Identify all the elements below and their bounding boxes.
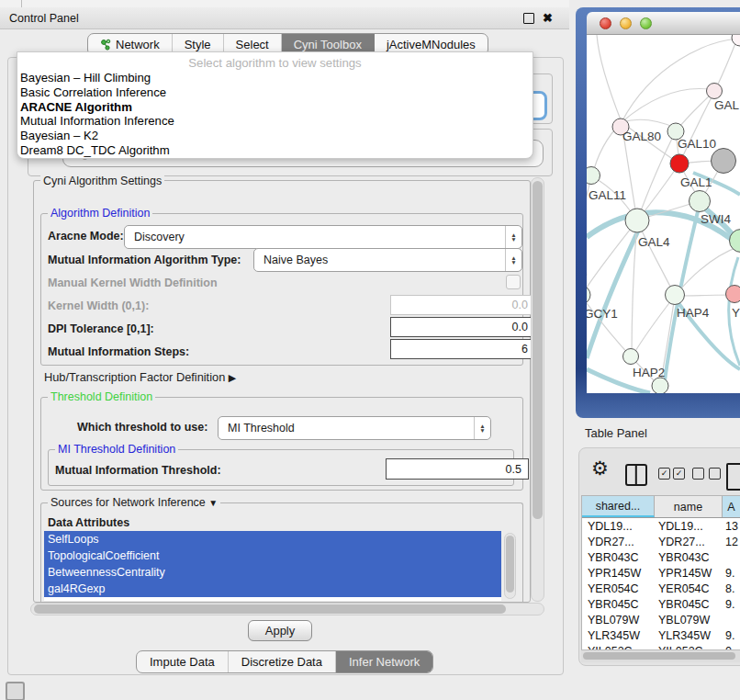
dpi-tolerance-input[interactable]: 0.0 bbox=[390, 317, 535, 337]
algorithm-option[interactable]: Mutual Information Inference bbox=[19, 114, 531, 129]
network-window-titlebar[interactable] bbox=[587, 12, 740, 35]
algorithm-dropdown[interactable]: Select algorithm to view settings Bayesi… bbox=[17, 51, 533, 159]
algorithm-option[interactable]: ARACNE Algorithm bbox=[19, 100, 531, 115]
dock-panel-icon[interactable] bbox=[6, 682, 25, 700]
tab-label: Style bbox=[185, 38, 211, 51]
node-label: GAL1 bbox=[680, 175, 712, 189]
node-label: GAL10 bbox=[678, 137, 716, 151]
mi-steps-input[interactable]: 6 bbox=[390, 339, 535, 359]
aracne-mode-label: Aracne Mode: bbox=[48, 230, 124, 243]
column-header-name[interactable]: name bbox=[655, 496, 723, 517]
table-cell: YBR043C bbox=[655, 551, 723, 564]
mi-threshold-label: Mutual Information Threshold: bbox=[55, 464, 221, 477]
table-cell: 8. bbox=[723, 582, 740, 595]
minimize-traffic-light-icon[interactable] bbox=[620, 17, 632, 29]
apply-button[interactable]: Apply bbox=[248, 620, 312, 641]
zoom-traffic-light-icon[interactable] bbox=[640, 17, 652, 29]
table-row[interactable]: YBR043CYBR043C bbox=[582, 549, 740, 565]
mi-algorithm-type-combobox[interactable]: Naive Bayes ▲▼ bbox=[253, 248, 522, 272]
algorithm-option[interactable]: Bayesian – K2 bbox=[19, 129, 531, 143]
network-node[interactable] bbox=[712, 149, 736, 174]
table-cell: 12 bbox=[723, 536, 740, 548]
float-window-icon[interactable] bbox=[523, 13, 534, 24]
table-row[interactable]: YPR145WYPR145W9. bbox=[582, 565, 740, 581]
mi-algorithm-type-value: Naive Bayes bbox=[254, 254, 505, 266]
network-node-swi4[interactable] bbox=[690, 191, 711, 212]
settings-horizontal-scrollbar[interactable] bbox=[30, 603, 544, 615]
algorithm-option[interactable]: Basic Correlation Inference bbox=[19, 85, 531, 100]
bottom-tabbar: Impute Data Discretize Data Infer Networ… bbox=[136, 650, 433, 673]
which-threshold-label: Which threshold to use: bbox=[77, 421, 207, 434]
network-node-hap2[interactable] bbox=[623, 349, 639, 365]
tab-infer-network[interactable]: Infer Network bbox=[336, 651, 432, 672]
data-attributes-list[interactable]: SelfLoopsTopologicalCoefficientBetweenne… bbox=[44, 531, 501, 601]
table-cell: YBL079W bbox=[582, 614, 655, 627]
column-header-third[interactable]: A bbox=[723, 496, 740, 517]
table-cell: YLR345W bbox=[582, 629, 655, 642]
mi-algorithm-type-label: Mutual Information Algorithm Type: bbox=[48, 254, 241, 266]
algorithm-option[interactable]: Dream8 DC_TDC Algorithm bbox=[19, 143, 531, 158]
node-label: SWI4 bbox=[701, 212, 731, 226]
table-cell: YBR045C bbox=[582, 598, 655, 611]
expander-right-icon: ▶ bbox=[229, 372, 236, 383]
manual-kernel-width-checkbox[interactable] bbox=[506, 275, 521, 289]
network-node-hap4[interactable] bbox=[666, 286, 685, 305]
attribute-item[interactable]: gal4RGexp bbox=[44, 581, 501, 597]
sources-title[interactable]: Sources for Network Inference ▼ bbox=[48, 496, 220, 509]
table-row[interactable]: YBL079WYBL079W bbox=[582, 612, 740, 627]
document-icon[interactable] bbox=[726, 463, 740, 491]
network-node-gcy1[interactable] bbox=[587, 286, 590, 304]
hub-definition-expander[interactable]: Hub/Transcription Factor Definition ▶ bbox=[44, 370, 236, 384]
show-checked-columns-icon[interactable]: ✓✓ bbox=[658, 468, 685, 480]
table-cell: YDL19... bbox=[655, 520, 723, 533]
settings-vertical-scrollbar[interactable] bbox=[531, 177, 544, 602]
table-row[interactable]: YBR045CYBR045C9. bbox=[582, 596, 740, 612]
node-label: GAL bbox=[714, 98, 740, 112]
network-node-gal4[interactable] bbox=[625, 209, 649, 232]
table-row[interactable]: YLR345WYLR345W9. bbox=[582, 627, 740, 643]
split-columns-icon[interactable] bbox=[625, 464, 647, 486]
attribute-item[interactable]: TopologicalCoefficient bbox=[44, 548, 501, 564]
which-threshold-combobox[interactable]: MI Threshold ▲▼ bbox=[218, 416, 491, 440]
network-node-gal11[interactable] bbox=[587, 167, 600, 185]
table-panel-title: Table Panel bbox=[585, 426, 647, 440]
network-node-y[interactable] bbox=[726, 286, 740, 303]
close-icon[interactable]: ✖ bbox=[543, 12, 553, 24]
table-horizontal-scrollbar[interactable] bbox=[581, 649, 740, 662]
table-panel: ⚙ ✓✓ shared... name A YDL19...YDL19...13… bbox=[578, 447, 740, 666]
network-node[interactable] bbox=[652, 378, 668, 393]
tab-impute-data[interactable]: Impute Data bbox=[137, 651, 229, 672]
hide-unchecked-columns-icon[interactable] bbox=[692, 468, 721, 480]
table-header-row: shared... name A bbox=[582, 496, 740, 518]
kernel-width-label: Kernel Width (0,1): bbox=[48, 299, 149, 312]
kernel-width-input[interactable]: 0.0 bbox=[390, 295, 535, 315]
aracne-mode-value: Discovery bbox=[125, 231, 505, 243]
table-row[interactable]: YER054CYER054C8. bbox=[582, 581, 740, 596]
node-label: HAP4 bbox=[677, 306, 710, 320]
algorithm-dropdown-list: Bayesian – Hill ClimbingBasic Correlatio… bbox=[19, 71, 531, 158]
table-row[interactable]: YDR27...YDR27...12 bbox=[582, 534, 740, 549]
tab-label: Network bbox=[116, 38, 160, 51]
attribute-item[interactable]: BetweennessCentrality bbox=[44, 564, 501, 581]
expander-down-icon: ▼ bbox=[208, 498, 218, 508]
network-node-gal[interactable] bbox=[707, 84, 723, 99]
combobox-arrows-icon: ▲▼ bbox=[505, 226, 521, 248]
attribute-item[interactable]: SelfLoops bbox=[44, 531, 501, 548]
combobox-arrows-icon: ▲▼ bbox=[505, 249, 521, 271]
table-row[interactable]: YDL19...YDL19...13 bbox=[582, 518, 740, 534]
table-cell: 9. bbox=[723, 598, 740, 611]
tab-label: Impute Data bbox=[150, 655, 215, 669]
mi-threshold-input[interactable]: 0.5 bbox=[386, 458, 529, 480]
gear-icon[interactable]: ⚙ bbox=[591, 459, 609, 479]
tab-discretize-data[interactable]: Discretize Data bbox=[229, 651, 336, 672]
algorithm-option[interactable]: Bayesian – Hill Climbing bbox=[19, 71, 531, 85]
dpi-tolerance-value: 0.0 bbox=[512, 321, 528, 333]
aracne-mode-combobox[interactable]: Discovery ▲▼ bbox=[124, 225, 522, 249]
close-traffic-light-icon[interactable] bbox=[600, 17, 611, 29]
network-graph: GALGAL80GAL10GAL1GAL11SWI4GAL4HAP4YGCY1H… bbox=[587, 35, 740, 393]
attributes-list-scrollbar[interactable] bbox=[504, 533, 516, 599]
column-header-shared[interactable]: shared... bbox=[582, 496, 655, 517]
network-canvas[interactable]: GALGAL80GAL10GAL1GAL11SWI4GAL4HAP4YGCY1H… bbox=[587, 35, 740, 393]
network-node-gal1[interactable] bbox=[670, 154, 689, 173]
network-node[interactable] bbox=[732, 35, 740, 46]
